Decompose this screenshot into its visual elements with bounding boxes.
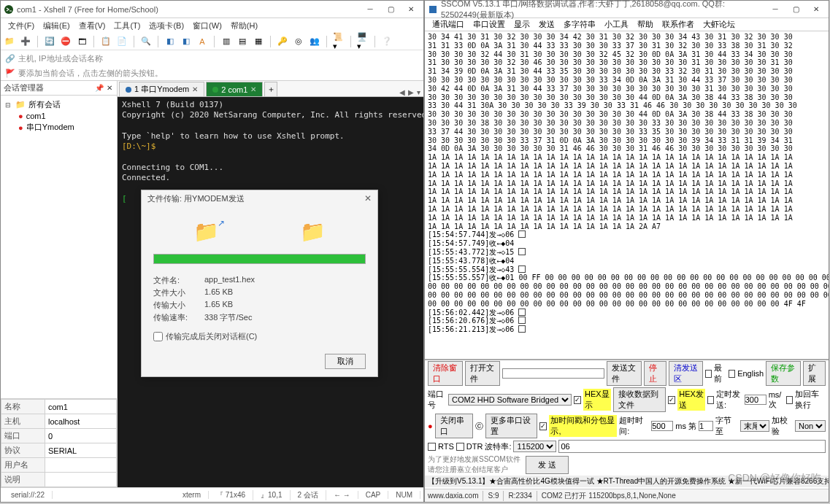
- disconnect-icon[interactable]: ⛔: [60, 36, 72, 47]
- color2-icon[interactable]: ◧: [180, 36, 192, 47]
- menu-edit[interactable]: 编辑(E): [39, 19, 74, 33]
- stop-button[interactable]: 停止: [644, 361, 666, 386]
- hex-display-checkbox[interactable]: [574, 396, 581, 404]
- menu-tab[interactable]: 选项卡(B): [145, 19, 188, 33]
- font-icon[interactable]: A: [196, 36, 208, 47]
- crlf-checkbox[interactable]: [786, 396, 793, 404]
- copy-icon[interactable]: 📋: [100, 36, 112, 47]
- min-button[interactable]: ─: [766, 3, 785, 16]
- menu-window[interactable]: 窗口(W): [188, 19, 226, 33]
- menu-display[interactable]: 显示: [510, 18, 534, 31]
- menu-help[interactable]: 帮助(H): [226, 19, 262, 33]
- sscom-title: SSCOM V5.13.1 串口/网络数据调试器,作者:大虾丁丁,2618058…: [441, 0, 766, 20]
- tree-toggle[interactable]: ⊟: [5, 101, 12, 109]
- timed-send-checkbox[interactable]: [707, 396, 714, 404]
- address-placeholder: 主机, IP地址或会话名称: [18, 53, 103, 64]
- rts-checkbox[interactable]: [428, 443, 436, 451]
- address-bar[interactable]: 🔗 主机, IP地址或会话名称: [1, 50, 423, 66]
- min-button[interactable]: ─: [361, 3, 380, 16]
- panel-close-icon[interactable]: ✕: [105, 84, 114, 92]
- xshell-title: com1 - Xshell 7 (Free for Home/School): [17, 5, 361, 14]
- panel3-icon[interactable]: ▦: [253, 36, 264, 47]
- pin-icon[interactable]: 📌: [93, 84, 105, 92]
- send-button[interactable]: 发 送: [526, 456, 569, 474]
- tab-menu-icon[interactable]: ▾: [417, 88, 420, 96]
- menu-help[interactable]: 帮助: [633, 18, 658, 31]
- close-after-checkbox[interactable]: [153, 332, 163, 341]
- tab-ymodem[interactable]: 1 串口Ymodem ✕: [119, 82, 204, 96]
- open-icon[interactable]: 📁: [4, 36, 15, 47]
- topmost-checkbox[interactable]: [705, 370, 712, 378]
- send-text-input[interactable]: [558, 440, 826, 453]
- search-icon[interactable]: 🔍: [140, 36, 152, 47]
- color1-icon[interactable]: ◧: [164, 36, 176, 47]
- more-config-button[interactable]: 更多串口设置: [485, 414, 537, 438]
- timeout-input[interactable]: [651, 421, 673, 431]
- max-button[interactable]: ▢: [786, 3, 805, 16]
- tree-item-com1[interactable]: com1: [26, 112, 46, 120]
- session-manager-title: 会话管理器: [4, 82, 44, 93]
- ymodem-close-icon[interactable]: ✕: [364, 193, 372, 203]
- expand-button[interactable]: 扩展: [803, 361, 826, 386]
- status-session: serial://:22: [4, 491, 53, 499]
- port-select[interactable]: COM2 HHD Software Bridged: [448, 394, 572, 406]
- panel2-icon[interactable]: ▤: [237, 36, 248, 47]
- hex-send-checkbox[interactable]: [668, 396, 675, 404]
- tab-add[interactable]: ＋: [264, 82, 277, 96]
- close-button[interactable]: ✕: [807, 3, 826, 16]
- byte-from-input[interactable]: [699, 421, 713, 431]
- menu-view[interactable]: 查看(V): [74, 19, 110, 33]
- panel1-icon[interactable]: ▥: [220, 36, 232, 47]
- dtr-checkbox[interactable]: [456, 443, 464, 451]
- sscom-menubar: 通讯端口 串口设置 显示 发送 多字符串 小工具 帮助 联系作者 大虾论坛: [425, 18, 829, 31]
- users-icon[interactable]: 👥: [309, 36, 320, 47]
- properties-icon[interactable]: 🗔: [76, 36, 88, 47]
- tail-select[interactable]: 末尾: [740, 420, 769, 432]
- clear-send-button[interactable]: 清发送区: [669, 361, 704, 386]
- tree-root[interactable]: 所有会话: [28, 99, 61, 110]
- session-manager-panel: 会话管理器 📌 ✕ ⊟ 📁 所有会话 ● com1 ● 串口Ymodem: [1, 81, 118, 487]
- menu-serial[interactable]: 串口设置: [469, 18, 510, 31]
- tab-com1[interactable]: 2 com1 ✕: [206, 82, 263, 96]
- tab-close-icon[interactable]: ✕: [250, 85, 256, 93]
- paste-icon[interactable]: 📄: [116, 36, 128, 47]
- baud-select[interactable]: 115200: [513, 441, 556, 452]
- close-port-button[interactable]: 关闭串口: [435, 414, 473, 438]
- menu-file[interactable]: 文件(F): [4, 19, 39, 33]
- help-icon[interactable]: ❔: [381, 36, 393, 47]
- tab-next-icon[interactable]: ▶: [408, 88, 414, 96]
- clear-window-button[interactable]: 清除窗口: [428, 361, 463, 386]
- max-button[interactable]: ▢: [381, 3, 400, 16]
- timestamp-checkbox[interactable]: [539, 422, 547, 430]
- menu-tools[interactable]: 工具(T): [109, 19, 145, 33]
- tree-item-ymodem[interactable]: 串口Ymodem: [26, 122, 74, 133]
- sscom-footer: www.daxia.com S:9 R:2334 COM2 已打开 115200…: [425, 489, 829, 502]
- save-to-file-button[interactable]: 接收数据到文件: [613, 387, 666, 412]
- menu-tools[interactable]: 小工具: [600, 18, 633, 31]
- checksum-select[interactable]: None: [795, 420, 826, 432]
- english-checkbox[interactable]: [729, 370, 735, 378]
- script-icon[interactable]: 📜▾: [333, 36, 345, 47]
- reconnect-icon[interactable]: 🔄: [44, 36, 55, 47]
- open-file-button[interactable]: 打开文件: [465, 361, 500, 386]
- add-icon[interactable]: ➕: [20, 36, 31, 47]
- tab-prev-icon[interactable]: ◀: [399, 88, 405, 96]
- send-file-button[interactable]: 发送文件: [607, 361, 642, 386]
- timed-interval-input[interactable]: [745, 395, 766, 405]
- menu-contact[interactable]: 联系作者: [658, 18, 699, 31]
- lock-icon[interactable]: 🔑: [277, 36, 288, 47]
- misc-icon[interactable]: 🖥️▾: [357, 36, 369, 47]
- close-button[interactable]: ✕: [401, 3, 420, 16]
- target-icon[interactable]: ◎: [293, 36, 304, 47]
- cancel-button[interactable]: 取消: [325, 354, 366, 369]
- terminal-tabs: 1 串口Ymodem ✕ 2 com1 ✕ ＋ ◀ ▶ ▾: [118, 81, 423, 97]
- menu-multistr[interactable]: 多字符串: [559, 18, 600, 31]
- menu-forum[interactable]: 大虾论坛: [699, 18, 739, 31]
- file-path-input[interactable]: [502, 368, 604, 379]
- menu-port[interactable]: 通讯端口: [428, 18, 469, 31]
- footer-s: S:9: [488, 492, 499, 500]
- hex-output[interactable]: 30 34 41 30 31 30 32 30 30 30 34 42 30 3…: [425, 31, 829, 359]
- menu-send[interactable]: 发送: [534, 18, 559, 31]
- save-param-button[interactable]: 保存参数: [766, 361, 801, 386]
- tab-close-icon[interactable]: ✕: [192, 85, 198, 93]
